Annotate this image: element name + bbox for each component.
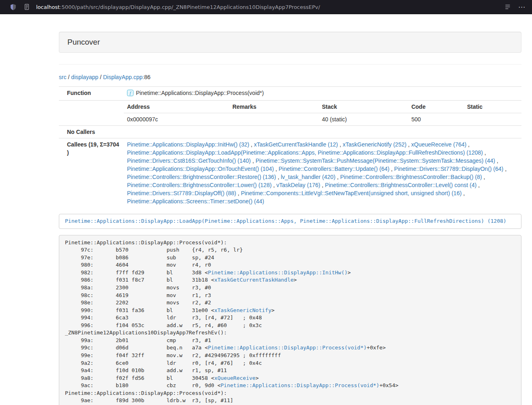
details-row-label — [59, 101, 124, 126]
callee-link[interactable]: Pinetime::Drivers::Cst816S::GetTouchInfo… — [127, 157, 251, 164]
app-title: Puncover — [67, 38, 100, 46]
col-header-stack: Stack — [319, 101, 408, 113]
col-header-remarks: Remarks — [229, 101, 319, 113]
value-address: 0x0000097c — [124, 113, 229, 126]
browser-url-bar: localhost:5000/path/src/displayapp/Displ… — [0, 0, 532, 14]
callee-link[interactable]: Pinetime::Applications::DisplayApp::OnTo… — [127, 166, 274, 172]
code-symbol-link[interactable]: xQueueReceive — [214, 375, 256, 381]
value-static — [464, 113, 521, 126]
callee-link[interactable]: Pinetime::Controllers::BrightnessControl… — [325, 182, 476, 188]
details-row: Address Remarks Stack Code Static 0x0000… — [59, 101, 521, 126]
callee-link[interactable]: Pinetime::Components::LittleVgl::SetNewT… — [241, 190, 462, 196]
function-details-table: Address Remarks Stack Code Static 0x0000… — [124, 101, 521, 125]
col-header-address: Address — [124, 101, 229, 113]
callees-row: Callees (19, Σ=3704 ) Pinetime::Applicat… — [59, 138, 521, 208]
code-symbol-link[interactable]: Pinetime::Applications::DisplayApp::Init… — [208, 269, 347, 276]
function-label: Function — [59, 87, 124, 101]
no-callers-label: No Callers — [59, 126, 124, 138]
breadcrumb-src-link[interactable]: src — [59, 74, 67, 80]
code-symbol-link[interactable]: Pinetime::Applications::DisplayApp::Proc… — [221, 382, 379, 388]
url-host: localhost — [36, 4, 60, 10]
callee-link[interactable]: Pinetime::Controllers::BrightnessControl… — [340, 174, 482, 180]
details-cell: Address Remarks Stack Code Static 0x0000… — [124, 101, 521, 126]
code-symbol-link[interactable]: Pinetime::Applications::DisplayApp::Proc… — [208, 345, 366, 351]
callee-link[interactable]: xTaskGetCurrentTaskHandle (12) — [254, 141, 338, 148]
details-header-row: Address Remarks Stack Code Static — [124, 101, 521, 113]
callee-link[interactable]: xQueueReceive (764) — [411, 141, 466, 148]
breadcrumb-separator: / — [68, 74, 70, 80]
callee-link[interactable]: xTaskGenericNotify (252) — [342, 141, 406, 148]
function-row: Function f Pinetime::Applications::Displ… — [59, 87, 521, 101]
page-content: Puncover src / displayapp / DisplayApp.c… — [59, 32, 521, 405]
callee-link[interactable]: Pinetime::Drivers::St7789::DisplayOff() … — [127, 190, 236, 196]
tracking-protection-shield-icon[interactable] — [9, 3, 17, 11]
callee-link[interactable]: Pinetime::Controllers::Battery::Update()… — [279, 166, 390, 172]
reader-mode-icon[interactable] — [504, 3, 512, 11]
value-remarks — [229, 113, 319, 126]
breadcrumb-file-link[interactable]: DisplayApp.cpp: — [103, 74, 144, 80]
code-symbol-link[interactable]: xTaskGenericNotify — [214, 307, 271, 313]
callee-link[interactable]: Pinetime::Controllers::BrightnessControl… — [127, 174, 276, 180]
col-header-code: Code — [408, 101, 464, 113]
callee-link[interactable]: lv_task_handler (420) — [281, 174, 336, 180]
function-name-cell: f Pinetime::Applications::DisplayApp::Pr… — [124, 87, 521, 101]
code-symbol-link[interactable]: xTaskGetCurrentTaskHandle — [214, 277, 294, 283]
callee-link[interactable]: vTaskDelay (176) — [276, 182, 320, 188]
no-callers-row: No Callers — [59, 126, 521, 138]
breadcrumb: src / displayapp / DisplayApp.cpp:86 — [59, 73, 521, 81]
no-callers-cell — [124, 126, 521, 138]
value-code: 500 — [408, 113, 464, 126]
url-path: :5000/path/src/displayapp/DisplayApp.cpp… — [60, 4, 320, 10]
breadcrumb-line-number: 86 — [144, 74, 151, 80]
value-stack: 40 (static) — [319, 113, 408, 126]
callee-link[interactable]: Pinetime::Applications::DisplayApp::Load… — [127, 149, 483, 156]
symbol-info-table: Function f Pinetime::Applications::Displ… — [59, 86, 521, 207]
breadcrumb-displayapp-link[interactable]: displayapp — [71, 74, 98, 80]
site-identity-page-icon[interactable] — [23, 3, 31, 11]
col-header-static: Static — [464, 101, 521, 113]
page-actions-menu-icon[interactable]: ⋯ — [518, 4, 526, 11]
highlighted-callee-box: Pinetime::Applications::DisplayApp::Load… — [59, 214, 521, 229]
highlighted-callee-link[interactable]: Pinetime::Applications::DisplayApp::Load… — [65, 218, 506, 224]
callee-link[interactable]: Pinetime::Controllers::BrightnessControl… — [127, 182, 271, 188]
callee-link[interactable]: Pinetime::Applications::Screens::Timer::… — [127, 198, 264, 205]
disassembly-code-block: Pinetime::Applications::DisplayApp::Proc… — [59, 235, 521, 405]
app-header-panel: Puncover — [59, 32, 521, 53]
callee-link[interactable]: Pinetime::Drivers::St7789::DisplayOn() (… — [394, 166, 503, 172]
callees-label: Callees (19, Σ=3704 ) — [59, 138, 124, 208]
divider — [59, 64, 521, 65]
function-name: Pinetime::Applications::DisplayApp::Proc… — [136, 90, 264, 96]
callees-list: Pinetime::Applications::DisplayApp::Init… — [124, 138, 521, 208]
function-type-icon: f — [127, 90, 134, 98]
breadcrumb-separator: / — [100, 74, 101, 80]
url-text[interactable]: localhost:5000/path/src/displayapp/Displ… — [36, 4, 320, 10]
callee-link[interactable]: Pinetime::System::SystemTask::PushMessag… — [256, 157, 495, 164]
callee-link[interactable]: Pinetime::Applications::DisplayApp::Init… — [127, 141, 249, 148]
details-value-row: 0x0000097c 40 (static) 500 — [124, 113, 521, 126]
